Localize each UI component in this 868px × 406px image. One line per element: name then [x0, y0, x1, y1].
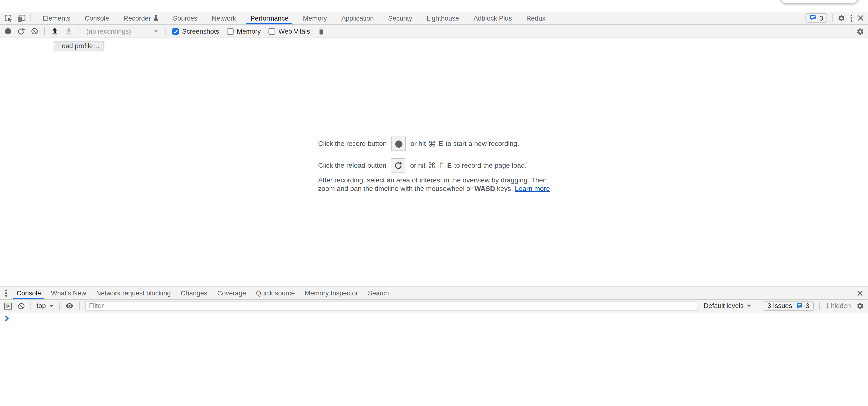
close-drawer-icon[interactable] — [857, 290, 863, 296]
more-options-kebab-icon[interactable] — [850, 14, 852, 22]
record-instruction-post: to start a new recording. — [445, 140, 519, 147]
drawer-tab-coverage[interactable]: Coverage — [212, 287, 251, 299]
drawer-tab-console[interactable]: Console — [11, 287, 46, 299]
browser-popup-fragment — [780, 0, 859, 4]
settings-gear-icon[interactable] — [837, 14, 845, 22]
tab-lighthouse[interactable]: Lighthouse — [420, 11, 466, 25]
drawer-tab-search[interactable]: Search — [363, 287, 394, 299]
issues-text: 3 Issues: — [768, 302, 794, 310]
landing-instructions: Click the record button or hit ⌘ E to st… — [0, 137, 868, 193]
separator — [832, 14, 832, 22]
record-circle-icon — [5, 28, 11, 34]
memory-label: Memory — [237, 27, 261, 35]
reload-icon — [394, 161, 402, 169]
save-profile-icon[interactable] — [65, 27, 72, 35]
screenshots-label: Screenshots — [182, 27, 219, 35]
reload-instruction-post: to record the page load. — [454, 161, 527, 169]
load-profile-icon[interactable] — [51, 27, 59, 35]
record-button-preview[interactable] — [392, 137, 406, 151]
reload-button-preview[interactable] — [391, 158, 405, 172]
learn-more-link[interactable]: Learn more — [515, 184, 550, 192]
tab-memory[interactable]: Memory — [296, 11, 334, 25]
screenshots-checkbox[interactable] — [172, 28, 179, 34]
drawer-tabs: Console What's New Network request block… — [11, 287, 394, 299]
capture-settings-gear-icon[interactable] — [857, 27, 864, 35]
separator — [79, 27, 79, 35]
javascript-context-select[interactable]: top — [37, 302, 54, 310]
tab-adblock-plus[interactable]: Adblock Plus — [466, 11, 519, 25]
web-vitals-checkbox-group[interactable]: Web Vitals — [269, 27, 310, 35]
drawer-tab-whats-new[interactable]: What's New — [46, 287, 91, 299]
drawer-tab-changes[interactable]: Changes — [176, 287, 212, 299]
drawer-tabbar: Console What's New Network request block… — [0, 286, 868, 300]
console-issues-button[interactable]: 3 Issues: 3 — [763, 301, 814, 311]
record-button[interactable] — [5, 28, 11, 34]
console-prompt-chevron-icon — [4, 315, 9, 322]
drawer-tab-network-request-blocking[interactable]: Network request blocking — [91, 287, 176, 299]
tab-sources[interactable]: Sources — [166, 11, 205, 25]
console-messages-area[interactable] — [0, 312, 868, 406]
tab-redux[interactable]: Redux — [519, 11, 553, 25]
separator — [79, 302, 80, 310]
issues-bubble-icon — [809, 14, 817, 22]
main-tabbar: Elements Console Recorder Sources Networ… — [0, 11, 868, 25]
cmd-key-glyph: ⌘ — [428, 140, 436, 147]
memory-checkbox-group[interactable]: Memory — [227, 27, 260, 35]
shift-key-glyph: ⇧ — [438, 161, 445, 169]
live-expression-eye-icon[interactable] — [65, 302, 73, 309]
paragraph-line-2-pre: zoom and pan the timeline with the mouse… — [318, 184, 474, 192]
console-settings-gear-icon[interactable] — [857, 302, 864, 310]
chevron-down-icon — [747, 305, 751, 307]
history-label: (no recordings) — [87, 27, 131, 35]
reload-instruction-mid: or hit — [410, 161, 426, 169]
inspect-element-icon[interactable] — [4, 14, 12, 22]
tab-application[interactable]: Application — [334, 11, 381, 25]
chevron-down-icon — [49, 305, 54, 307]
issues-counter-button[interactable]: 3 — [806, 13, 827, 23]
console-toolbar: top Default levels 3 Issues: 3 1 — [0, 300, 868, 313]
reload-and-record-button[interactable] — [17, 27, 25, 35]
clear-recordings-icon[interactable] — [31, 28, 38, 35]
web-vitals-label: Web Vitals — [279, 27, 310, 35]
web-vitals-checkbox[interactable] — [269, 28, 275, 34]
screenshots-checkbox-group[interactable]: Screenshots — [172, 27, 219, 35]
paragraph-line-1: After recording, select an area of inter… — [318, 176, 549, 184]
perf-toolbar-right — [851, 27, 868, 35]
drawer-menu-kebab-icon[interactable] — [5, 289, 7, 297]
tab-elements[interactable]: Elements — [35, 11, 78, 25]
tab-recorder[interactable]: Recorder — [116, 11, 166, 25]
console-sidebar-toggle-icon[interactable] — [4, 302, 12, 309]
reload-instruction-pre: Click the reload button — [318, 161, 386, 169]
separator — [165, 27, 166, 35]
recordings-history-select[interactable]: (no recordings) — [85, 27, 159, 35]
separator — [44, 27, 45, 35]
tab-performance[interactable]: Performance — [243, 11, 296, 25]
drawer-tab-quick-source[interactable]: Quick source — [251, 287, 300, 299]
usage-paragraph: After recording, select an area of inter… — [318, 176, 550, 193]
record-instruction-pre: Click the record button — [318, 140, 386, 147]
tab-console[interactable]: Console — [78, 11, 116, 25]
log-levels-select[interactable]: Default levels — [704, 302, 751, 310]
console-filter-input[interactable] — [85, 301, 698, 311]
console-prompt-row[interactable] — [0, 312, 868, 322]
tab-security[interactable]: Security — [381, 11, 420, 25]
device-toolbar-icon[interactable] — [17, 14, 26, 22]
cmd-key-glyph: ⌘ — [428, 161, 436, 169]
memory-checkbox[interactable] — [227, 28, 233, 34]
drawer-right-controls — [857, 290, 868, 296]
drawer-tab-memory-inspector[interactable]: Memory Inspector — [300, 287, 363, 299]
experiment-flask-icon — [154, 15, 159, 21]
wasd-keys: WASD — [474, 184, 495, 192]
top-strip — [0, 0, 868, 11]
reload-instruction-row: Click the reload button or hit ⌘ ⇧ E to … — [318, 158, 527, 172]
close-devtools-icon[interactable] — [858, 15, 864, 21]
hidden-messages-label: 1 hidden — [826, 302, 851, 310]
record-circle-icon — [395, 140, 402, 147]
separator — [31, 302, 31, 310]
performance-toolbar: (no recordings) Screenshots Memory Web V… — [0, 25, 868, 38]
garbage-collect-trash-icon[interactable] — [318, 27, 325, 35]
clear-console-icon[interactable] — [18, 302, 25, 309]
tab-network[interactable]: Network — [205, 11, 243, 25]
e-key-glyph: E — [439, 140, 443, 147]
console-issues-count: 3 — [806, 302, 809, 310]
